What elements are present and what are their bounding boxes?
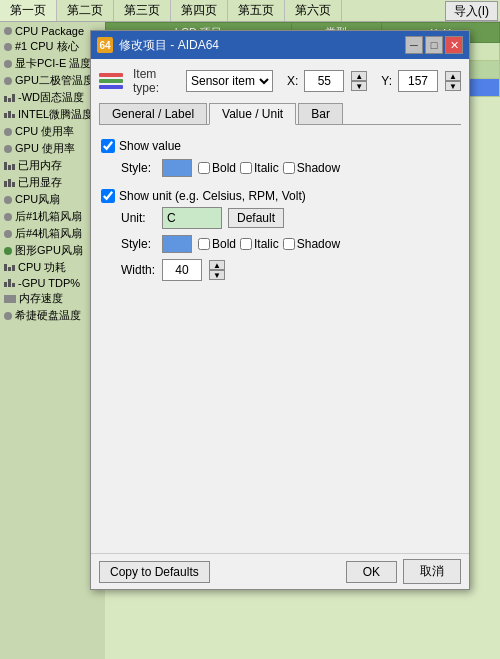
style-unit-row: Style: Bold Italic Shadow (121, 235, 459, 253)
italic-value-option: Italic (240, 161, 279, 175)
unit-input[interactable] (162, 207, 222, 229)
y-input[interactable] (398, 70, 438, 92)
item-icon-gpu-pcie (4, 60, 12, 68)
width-spin-down[interactable]: ▼ (209, 270, 225, 280)
item-icon-cpu-power (4, 264, 15, 271)
item-type-label: Item type: (133, 67, 176, 95)
ok-button[interactable]: OK (346, 561, 397, 583)
show-value-label: Show value (119, 139, 181, 153)
tab-page6[interactable]: 第六页 (285, 0, 342, 21)
x-spin-up[interactable]: ▲ (351, 71, 367, 81)
tab-bar[interactable]: Bar (298, 103, 343, 124)
width-spinner: ▲ ▼ (209, 260, 225, 280)
color-bars-icon (99, 73, 123, 89)
bold-unit-checkbox[interactable] (198, 238, 210, 250)
left-item-gpu-usage[interactable]: GPU 使用率 (2, 140, 103, 157)
tab-page2[interactable]: 第二页 (57, 0, 114, 21)
bold-value-checkbox[interactable] (198, 162, 210, 174)
left-item-gpu-pcie[interactable]: 显卡PCI-E 温度 (2, 55, 103, 72)
item-type-select[interactable]: Sensor item (186, 70, 273, 92)
style-value-color-swatch[interactable] (162, 159, 192, 177)
width-row: Width: ▲ ▼ (121, 259, 459, 281)
dialog-title: 修改项目 - AIDA64 (119, 37, 403, 54)
item-icon-gpu-usage (4, 145, 12, 153)
y-label: Y: (381, 74, 392, 88)
dialog-app-icon: 64 (97, 37, 113, 53)
show-unit-checkbox[interactable] (101, 189, 115, 203)
import-button[interactable]: 导入(I) (445, 1, 498, 21)
left-item-gpu-fan[interactable]: 图形GPU风扇 (2, 242, 103, 259)
left-item-cpu-usage[interactable]: CPU 使用率 (2, 123, 103, 140)
italic-unit-option: Italic (240, 237, 279, 251)
tab-bar: 第一页 第二页 第三页 第四页 第五页 第六页 导入(I) (0, 0, 500, 22)
item-icon-mem (4, 162, 15, 170)
width-input[interactable] (162, 259, 202, 281)
left-item-wd-temp[interactable]: -WD固态温度 (2, 89, 103, 106)
x-spinner: ▲ ▼ (351, 71, 367, 91)
item-icon-gpu-diode (4, 77, 12, 85)
left-item-cpu-power[interactable]: CPU 功耗 (2, 259, 103, 276)
x-input[interactable] (304, 70, 344, 92)
unit-label: Unit: (121, 211, 156, 225)
item-icon-hdd-temp (4, 312, 12, 320)
dialog-bottombar: Copy to Defaults OK 取消 (91, 553, 469, 589)
width-label: Width: (121, 263, 156, 277)
left-item-rear-fan1[interactable]: 后#1机箱风扇 (2, 208, 103, 225)
italic-value-checkbox[interactable] (240, 162, 252, 174)
item-icon-gpu-fan (4, 247, 12, 255)
maximize-button[interactable]: □ (425, 36, 443, 54)
show-unit-label: Show unit (e.g. Celsius, RPM, Volt) (119, 189, 306, 203)
item-type-row: Item type: Sensor item X: ▲ ▼ Y: ▲ ▼ (99, 67, 461, 95)
y-spin-down[interactable]: ▼ (445, 81, 461, 91)
shadow-value-label: Shadow (297, 161, 340, 175)
close-button[interactable]: ✕ (445, 36, 463, 54)
default-button[interactable]: Default (228, 208, 284, 228)
item-icon-cpu-fan (4, 196, 12, 204)
bold-unit-option: Bold (198, 237, 236, 251)
inner-tab-bar: General / Label Value / Unit Bar (99, 103, 461, 125)
style-value-row: Style: Bold Italic Shadow (121, 159, 459, 177)
left-item-cpu-package[interactable]: CPU Package (2, 24, 103, 38)
style-unit-label: Style: (121, 237, 156, 251)
left-item-hdd-temp[interactable]: 希捷硬盘温度 (2, 307, 103, 324)
item-icon-intel (4, 111, 15, 118)
shadow-unit-option: Shadow (283, 237, 340, 251)
bold-unit-label: Bold (212, 237, 236, 251)
x-label: X: (287, 74, 298, 88)
style-unit-color-swatch[interactable] (162, 235, 192, 253)
bold-value-option: Bold (198, 161, 236, 175)
tab-general-label[interactable]: General / Label (99, 103, 207, 124)
left-item-intel-temp[interactable]: INTEL微腾温度 (2, 106, 103, 123)
dialog-body: Item type: Sensor item X: ▲ ▼ Y: ▲ ▼ Gen… (91, 59, 469, 553)
left-item-used-vram[interactable]: 已用显存 (2, 174, 103, 191)
copy-defaults-button[interactable]: Copy to Defaults (99, 561, 210, 583)
show-unit-section: Show unit (e.g. Celsius, RPM, Volt) Unit… (101, 189, 459, 281)
tab-value-unit[interactable]: Value / Unit (209, 103, 296, 125)
left-item-cpu-core[interactable]: #1 CPU 核心 (2, 38, 103, 55)
show-value-checkbox[interactable] (101, 139, 115, 153)
item-icon-cpu-usage (4, 128, 12, 136)
minimize-button[interactable]: ─ (405, 36, 423, 54)
left-item-rear-fan4[interactable]: 后#4机箱风扇 (2, 225, 103, 242)
left-item-gpu-diode[interactable]: GPU二极管温度 (2, 72, 103, 89)
shadow-unit-label: Shadow (297, 237, 340, 251)
shadow-value-checkbox[interactable] (283, 162, 295, 174)
y-spin-up[interactable]: ▲ (445, 71, 461, 81)
italic-unit-checkbox[interactable] (240, 238, 252, 250)
tab-page3[interactable]: 第三页 (114, 0, 171, 21)
tab-page4[interactable]: 第四页 (171, 0, 228, 21)
left-item-used-mem[interactable]: 已用内存 (2, 157, 103, 174)
style-unit-options: Bold Italic Shadow (198, 237, 340, 251)
item-icon-cpu-core (4, 43, 12, 51)
cancel-button[interactable]: 取消 (403, 559, 461, 584)
width-spin-up[interactable]: ▲ (209, 260, 225, 270)
show-value-row: Show value (101, 139, 459, 153)
dialog-titlebar: 64 修改项目 - AIDA64 ─ □ ✕ (91, 31, 469, 59)
left-item-gpu-tdp[interactable]: -GPU TDP% (2, 276, 103, 290)
shadow-unit-checkbox[interactable] (283, 238, 295, 250)
x-spin-down[interactable]: ▼ (351, 81, 367, 91)
left-item-mem-speed[interactable]: 内存速度 (2, 290, 103, 307)
left-item-cpu-fan[interactable]: CPU风扇 (2, 191, 103, 208)
tab-page5[interactable]: 第五页 (228, 0, 285, 21)
tab-page1[interactable]: 第一页 (0, 0, 57, 21)
